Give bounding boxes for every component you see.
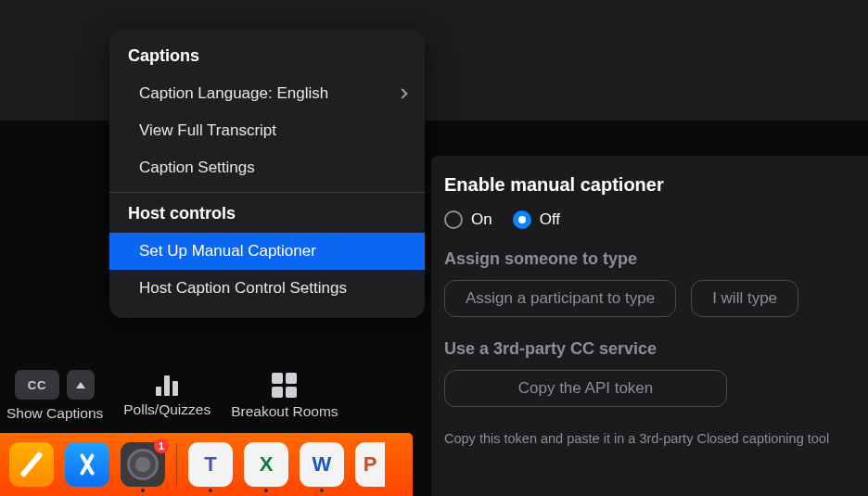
caret-up-icon (76, 382, 85, 388)
dock-app-pages[interactable] (9, 442, 54, 487)
excel-icon: X (260, 452, 274, 477)
menu-item-label: Caption Language: English (139, 84, 328, 103)
running-indicator-icon (264, 489, 268, 492)
toolbar-label: Show Captions (6, 405, 103, 422)
teams-icon: T (204, 452, 216, 477)
menu-item-label: View Full Transcript (139, 121, 276, 140)
dock-app-powerpoint[interactable]: P (355, 442, 385, 487)
menu-header-captions: Captions (109, 41, 425, 75)
running-indicator-icon (209, 489, 212, 492)
pen-icon (19, 451, 43, 477)
menu-header-host-controls: Host controls (109, 198, 425, 233)
radio-label: Off (540, 210, 560, 229)
powerpoint-icon: P (364, 452, 377, 477)
menu-item-host-caption-settings[interactable]: Host Caption Control Settings (109, 270, 425, 307)
bottom-toolbar: CC Show Captions Polls/Quizzes Breakout … (6, 359, 338, 433)
thirdparty-section-label: Use a 3rd-party CC service (444, 339, 857, 359)
menu-item-label: Host Caption Control Settings (139, 279, 347, 298)
i-will-type-button[interactable]: I will type (691, 280, 798, 317)
menu-item-view-transcript[interactable]: View Full Transcript (109, 112, 425, 149)
toolbar-label: Polls/Quizzes (123, 401, 211, 418)
macos-dock: 1 T X W P (0, 433, 413, 496)
toolbar-polls[interactable]: Polls/Quizzes (123, 374, 211, 418)
chevron-right-icon (397, 88, 407, 98)
appstore-icon (73, 451, 101, 478)
captions-caret-button[interactable] (67, 370, 95, 400)
polls-icon (156, 374, 178, 396)
notification-badge: 1 (154, 439, 169, 453)
manual-captioner-panel: Enable manual captioner On Off Assign so… (431, 156, 868, 496)
copy-api-token-button[interactable]: Copy the API token (444, 370, 727, 407)
radio-label: On (471, 210, 492, 229)
radio-option-on[interactable]: On (444, 210, 492, 229)
menu-item-setup-manual-captioner[interactable]: Set Up Manual Captioner (109, 233, 425, 270)
toolbar-breakout-rooms[interactable]: Breakout Rooms (231, 373, 338, 420)
cc-icon: CC (15, 370, 59, 400)
token-button-row: Copy the API token (444, 370, 857, 407)
toolbar-show-captions[interactable]: CC Show Captions (6, 370, 103, 422)
running-indicator-icon (141, 489, 145, 492)
dock-app-system-settings[interactable]: 1 (121, 442, 165, 487)
captions-menu: Captions Caption Language: English View … (109, 30, 425, 318)
cc-button-group: CC (15, 370, 95, 400)
dock-app-appstore[interactable] (65, 442, 109, 487)
radio-option-off[interactable]: Off (513, 210, 560, 229)
assign-section-label: Assign someone to type (444, 249, 857, 269)
radio-icon (513, 210, 531, 229)
menu-item-caption-language[interactable]: Caption Language: English (109, 75, 425, 112)
radio-icon (444, 210, 463, 229)
gear-icon (127, 449, 159, 480)
menu-item-label: Caption Settings (139, 159, 255, 177)
enable-radio-group: On Off (444, 210, 857, 229)
menu-item-caption-settings[interactable]: Caption Settings (109, 149, 425, 186)
assign-participant-button[interactable]: Assign a participant to type (444, 280, 676, 317)
menu-divider (109, 192, 425, 193)
word-icon: W (313, 452, 332, 477)
dock-separator (176, 443, 177, 486)
menu-item-label: Set Up Manual Captioner (139, 242, 316, 261)
dock-app-word[interactable]: W (300, 442, 344, 487)
dock-app-excel[interactable]: X (244, 442, 288, 487)
panel-title: Enable manual captioner (444, 174, 857, 196)
token-help-text: Copy this token and paste it in a 3rd-pa… (444, 429, 852, 448)
breakout-rooms-icon (272, 373, 297, 398)
assign-button-row: Assign a participant to type I will type (444, 280, 857, 317)
dock-app-teams[interactable]: T (188, 442, 233, 487)
running-indicator-icon (320, 489, 324, 492)
toolbar-label: Breakout Rooms (231, 403, 338, 420)
